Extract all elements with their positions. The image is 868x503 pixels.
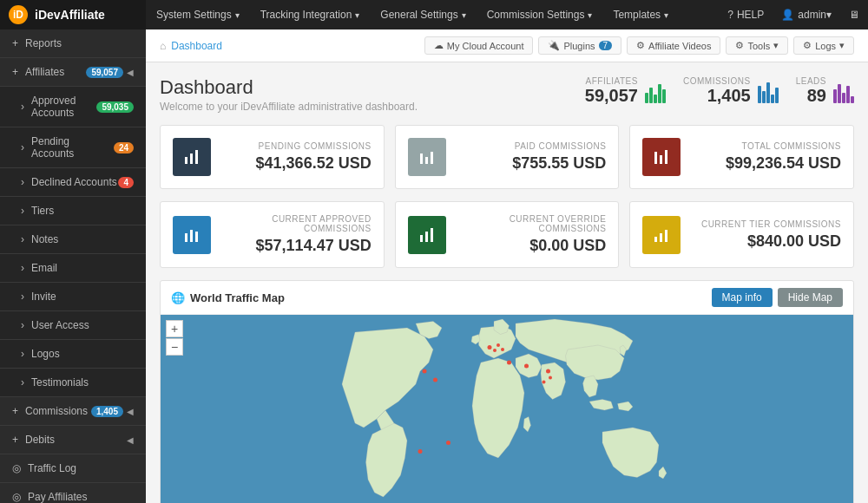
- circle-icon: ◎: [12, 462, 21, 474]
- collapse-icon: ◀: [127, 68, 134, 77]
- sidebar-item-pay-affiliates[interactable]: ◎ Pay Affiliates: [0, 483, 146, 503]
- card-value-approved: $57,114.47 USD: [223, 237, 372, 255]
- svg-point-20: [433, 378, 437, 382]
- nav-right: ? HELP 👤 admin ▾ 🖥: [719, 0, 868, 29]
- cards-row-1: PENDING COMMISSIONS $41,366.52 USD PAID …: [160, 125, 854, 189]
- svg-rect-3: [420, 154, 423, 164]
- chevron-icon: ›: [21, 291, 24, 303]
- sidebar-item-logos[interactable]: › Logos: [0, 340, 146, 369]
- layout: + Reports + Affiliates 59,057 ◀ › Approv…: [0, 29, 868, 503]
- stat-commissions: COMMISSIONS 1,405: [683, 76, 779, 106]
- map-container: + −: [161, 315, 853, 503]
- svg-rect-16: [660, 233, 662, 242]
- globe-icon: 🌐: [171, 291, 185, 304]
- plugin-icon: 🔌: [548, 40, 560, 51]
- caret-icon: ▾: [235, 10, 240, 20]
- map-hide-button[interactable]: Hide Map: [778, 288, 843, 307]
- card-icon-paid: [408, 138, 446, 176]
- svg-point-19: [423, 369, 427, 374]
- caret-icon: ▾: [462, 10, 466, 20]
- plus-icon: +: [12, 66, 18, 78]
- tools-icon: ⚙: [735, 40, 744, 51]
- tools-button[interactable]: ⚙ Tools ▾: [726, 36, 788, 55]
- svg-rect-11: [195, 232, 198, 242]
- card-icon-override: [408, 216, 446, 254]
- my-cloud-account-button[interactable]: ☁ My Cloud Account: [424, 36, 534, 55]
- plugins-badge: 7: [599, 41, 613, 50]
- svg-point-30: [446, 441, 450, 445]
- card-pending-commissions: PENDING COMMISSIONS $41,366.52 USD: [160, 125, 385, 189]
- card-icon-total: [642, 138, 681, 176]
- sidebar-item-declined-accounts[interactable]: › Declined Accounts 4: [0, 168, 146, 197]
- card-label-approved: CURRENT APPROVED COMMISSIONS: [223, 214, 372, 233]
- sidebar-item-debits[interactable]: + Debits ◀: [0, 426, 146, 454]
- app-name: iDevAffiliate: [35, 8, 105, 22]
- cards-row-2: CURRENT APPROVED COMMISSIONS $57,114.47 …: [160, 201, 854, 268]
- breadcrumb: ⌂ Dashboard: [160, 40, 222, 52]
- caret-icon: ▾: [355, 10, 359, 20]
- logs-button[interactable]: ⚙ Logs ▾: [793, 36, 854, 55]
- monitor-icon: 🖥: [849, 9, 859, 21]
- breadcrumb-bar: ⌂ Dashboard ☁ My Cloud Account 🔌 Plugins…: [146, 29, 868, 62]
- user-icon: 👤: [781, 9, 794, 21]
- plus-icon: +: [12, 405, 18, 417]
- sidebar-item-approved-accounts[interactable]: › Approved Accounts 59,035: [0, 87, 146, 127]
- top-nav: iD iDevAffiliate System Settings ▾ Track…: [0, 0, 868, 29]
- sidebar-item-testimonials[interactable]: › Testimonials: [0, 369, 146, 397]
- commissions-chart: [758, 79, 779, 103]
- monitor-button[interactable]: 🖥: [840, 0, 868, 29]
- sidebar-item-reports[interactable]: + Reports: [0, 29, 146, 58]
- zoom-out-button[interactable]: −: [166, 338, 183, 356]
- sidebar-item-invite[interactable]: › Invite: [0, 283, 146, 311]
- svg-rect-5: [431, 152, 433, 164]
- logo-icon: iD: [9, 5, 28, 24]
- breadcrumb-link[interactable]: Dashboard: [171, 40, 222, 52]
- svg-rect-14: [431, 228, 433, 242]
- map-section: 🌐 World Traffic Map Map info Hide Map + …: [160, 280, 854, 503]
- sidebar-item-tiers[interactable]: › Tiers: [0, 197, 146, 225]
- svg-rect-2: [195, 150, 198, 164]
- card-label-paid: PAID COMMISSIONS: [458, 141, 607, 151]
- svg-rect-9: [185, 233, 187, 242]
- affiliates-badge: 59,057: [86, 67, 123, 78]
- svg-point-26: [524, 364, 529, 369]
- dashboard-content: Dashboard Welcome to your iDevAffiliate …: [146, 62, 868, 503]
- circle-icon: ◎: [12, 491, 21, 503]
- sidebar-item-traffic-log[interactable]: ◎ Traffic Log: [0, 454, 146, 483]
- dashboard-stats: AFFILIATES 59,057 COMMI: [585, 76, 854, 106]
- plugins-button[interactable]: 🔌 Plugins 7: [538, 36, 621, 55]
- svg-point-27: [546, 369, 550, 374]
- admin-button[interactable]: 👤 admin ▾: [773, 0, 840, 29]
- sidebar-item-commissions[interactable]: + Commissions 1,405 ◀: [0, 397, 146, 426]
- sidebar-item-user-access[interactable]: › User Access: [0, 311, 146, 340]
- pending-badge: 24: [114, 142, 134, 154]
- svg-point-21: [488, 345, 492, 349]
- leads-chart: [833, 79, 854, 103]
- nav-system-settings[interactable]: System Settings ▾: [146, 0, 250, 29]
- sidebar-item-notes[interactable]: › Notes: [0, 225, 146, 254]
- svg-rect-6: [654, 152, 657, 164]
- sidebar-item-email[interactable]: › Email: [0, 254, 146, 283]
- chevron-icon: ›: [21, 262, 24, 274]
- nav-templates[interactable]: Templates ▾: [602, 0, 679, 29]
- nav-commission-settings[interactable]: Commission Settings ▾: [477, 0, 603, 29]
- sidebar-item-pending-accounts[interactable]: › Pending Accounts 24: [0, 127, 146, 168]
- app-logo[interactable]: iD iDevAffiliate: [0, 0, 146, 29]
- card-label-tier: CURRENT TIER COMMISSIONS: [693, 219, 841, 229]
- map-header: 🌐 World Traffic Map Map info Hide Map: [161, 281, 853, 315]
- chevron-icon: ›: [21, 348, 24, 360]
- zoom-in-button[interactable]: +: [166, 320, 183, 337]
- svg-rect-0: [185, 157, 187, 164]
- cloud-icon: ☁: [434, 40, 444, 51]
- nav-general-settings[interactable]: General Settings ▾: [370, 0, 476, 29]
- card-value-override: $0.00 USD: [458, 237, 607, 255]
- main-content: ⌂ Dashboard ☁ My Cloud Account 🔌 Plugins…: [146, 29, 868, 503]
- affiliate-videos-button[interactable]: ⚙ Affiliate Videos: [627, 36, 720, 55]
- help-button[interactable]: ? HELP: [719, 0, 773, 29]
- sidebar-item-affiliates[interactable]: + Affiliates 59,057 ◀: [0, 58, 146, 87]
- nav-tracking-integration[interactable]: Tracking Integration ▾: [250, 0, 371, 29]
- map-info-button[interactable]: Map info: [712, 288, 773, 307]
- home-icon: ⌂: [160, 40, 166, 52]
- svg-rect-8: [665, 150, 667, 164]
- card-value-pending: $41,366.52 USD: [223, 154, 372, 173]
